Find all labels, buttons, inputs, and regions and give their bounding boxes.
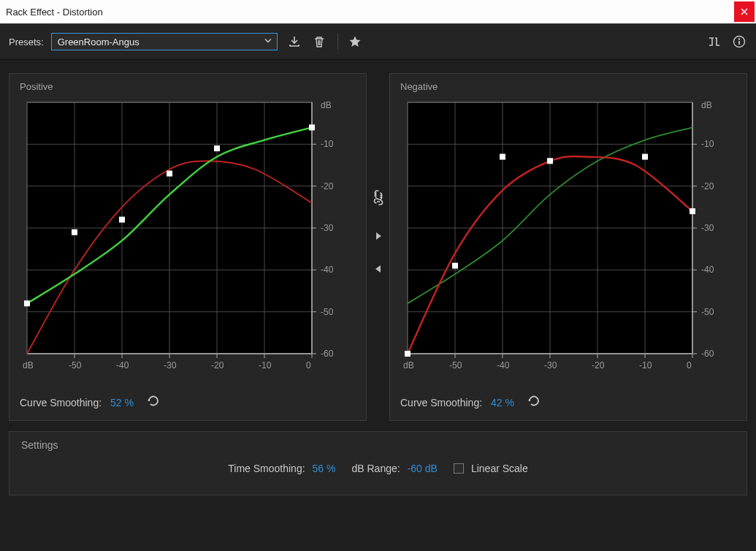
svg-rect-49 (72, 229, 77, 235)
positive-smoothing-value[interactable]: 52 % (110, 397, 134, 408)
svg-text:-20: -20 (321, 181, 334, 191)
positive-panel: Positive -60-50-40-30-20-10dB-50-40-30-2… (9, 73, 367, 421)
svg-text:0: 0 (687, 360, 692, 370)
svg-text:-30: -30 (321, 223, 334, 233)
db-range-value[interactable]: -60 dB (408, 463, 438, 474)
svg-rect-50 (119, 217, 125, 223)
svg-rect-53 (309, 124, 315, 130)
positive-smoothing-label: Curve Smoothing: (20, 397, 102, 408)
info-icon (733, 35, 746, 48)
triangle-left-icon (373, 264, 383, 274)
positive-title: Positive (20, 81, 356, 92)
svg-text:-10: -10 (259, 360, 272, 370)
svg-rect-99 (452, 263, 458, 269)
reset-icon (527, 395, 541, 408)
svg-text:-50: -50 (701, 307, 714, 317)
negative-reset-button[interactable] (527, 395, 541, 410)
negative-smoothing-label: Curve Smoothing: (400, 397, 482, 408)
curve-panels: Positive -60-50-40-30-20-10dB-50-40-30-2… (0, 60, 756, 421)
trash-icon (313, 35, 326, 48)
linear-scale-label[interactable]: Linear Scale (471, 463, 528, 474)
svg-rect-48 (24, 300, 30, 306)
svg-text:dB: dB (23, 360, 34, 370)
preset-select-value: GreenRoom-Angus (58, 37, 140, 48)
link-controls (367, 44, 389, 421)
route-button[interactable] (706, 34, 722, 50)
svg-text:-50: -50 (449, 360, 462, 370)
time-smoothing-value[interactable]: 56 % (313, 463, 336, 474)
info-button[interactable] (731, 34, 747, 50)
close-icon (741, 8, 748, 15)
svg-text:0: 0 (306, 360, 311, 370)
db-range-label: dB Range: (351, 463, 400, 474)
svg-rect-98 (405, 351, 411, 357)
svg-rect-102 (642, 154, 648, 160)
chevron-down-icon (264, 37, 272, 48)
svg-text:-50: -50 (69, 360, 82, 370)
svg-text:-50: -50 (321, 307, 334, 317)
copy-left-button[interactable] (373, 264, 383, 276)
svg-text:dB: dB (321, 100, 332, 110)
svg-rect-51 (167, 170, 172, 176)
triangle-right-icon (373, 231, 383, 241)
svg-point-3 (738, 38, 740, 39)
settings-title: Settings (21, 439, 735, 451)
svg-text:-40: -40 (116, 360, 129, 370)
copy-right-button[interactable] (373, 231, 383, 243)
svg-text:-20: -20 (701, 181, 714, 191)
svg-text:-10: -10 (639, 360, 652, 370)
save-preset-button[interactable] (286, 34, 302, 50)
download-icon (288, 35, 301, 48)
route-icon (708, 35, 721, 48)
svg-text:-40: -40 (701, 265, 714, 275)
svg-text:-60: -60 (321, 349, 334, 359)
favorite-button[interactable] (347, 34, 363, 50)
svg-text:-30: -30 (544, 360, 557, 370)
star-icon (348, 35, 362, 48)
negative-smoothing-value[interactable]: 42 % (491, 397, 514, 408)
link-icon (372, 195, 385, 208)
linear-scale-checkbox[interactable] (454, 463, 464, 474)
preset-select[interactable]: GreenRoom-Angus (51, 33, 278, 50)
svg-text:-30: -30 (164, 360, 177, 370)
window-title: Rack Effect - Distortion (6, 7, 103, 18)
svg-rect-4 (738, 41, 740, 45)
positive-chart[interactable]: -60-50-40-30-20-10dB-50-40-30-20-100dB (20, 98, 356, 376)
svg-text:dB: dB (701, 100, 712, 110)
time-smoothing-label: Time Smoothing: (228, 463, 305, 474)
svg-text:-60: -60 (701, 349, 714, 359)
negative-chart[interactable]: -60-50-40-30-20-10dB-50-40-30-20-100dB (400, 98, 736, 376)
svg-text:-40: -40 (497, 360, 510, 370)
delete-preset-button[interactable] (311, 34, 327, 50)
negative-panel: Negative -60-50-40-30-20-10dB-50-40-30-2… (389, 73, 747, 421)
svg-text:-10: -10 (701, 139, 714, 149)
svg-rect-52 (214, 145, 220, 151)
settings-panel: Settings Time Smoothing: 56 % dB Range: … (9, 431, 747, 495)
svg-text:dB: dB (403, 360, 414, 370)
svg-text:-20: -20 (211, 360, 224, 370)
svg-text:-30: -30 (701, 223, 714, 233)
svg-rect-101 (547, 158, 553, 164)
reset-icon (147, 395, 160, 408)
negative-title: Negative (400, 81, 736, 92)
link-curves-button-real[interactable] (372, 195, 385, 210)
svg-text:-40: -40 (321, 265, 334, 275)
svg-rect-100 (500, 154, 505, 160)
topbar-separator (337, 34, 338, 50)
titlebar: Rack Effect - Distortion (0, 0, 756, 23)
window-close-button[interactable] (734, 1, 755, 22)
svg-rect-103 (690, 208, 695, 214)
presets-label: Presets: (9, 37, 44, 48)
positive-reset-button[interactable] (147, 395, 160, 410)
svg-text:-20: -20 (592, 360, 605, 370)
svg-text:-10: -10 (321, 139, 334, 149)
